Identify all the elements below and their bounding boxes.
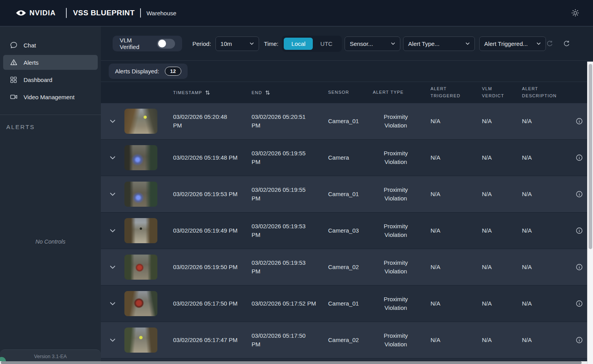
- vlm-verified-toggle[interactable]: [157, 39, 175, 49]
- alerts-displayed: Alerts Displayed: 12: [109, 64, 188, 79]
- alert-description-cell: N/A: [520, 263, 571, 271]
- alert-type-cell: Proximity Violation: [371, 258, 420, 276]
- alert-thumbnail[interactable]: [124, 145, 157, 170]
- table-row: 03/02/2026 05:19:49 PM 03/02/2026 05:19:…: [101, 213, 587, 249]
- sensor-cell: Camera_01: [328, 117, 371, 126]
- sensor-filter-select[interactable]: Sensor...: [345, 36, 400, 51]
- alert-triggered-cell: N/A: [420, 336, 479, 344]
- warning-triangle-icon: [9, 58, 18, 66]
- timestamp-cell: 03/02/2026 05:19:48 PM: [173, 153, 252, 162]
- video-camera-icon: [9, 93, 18, 101]
- row-expand-button[interactable]: [101, 266, 124, 269]
- alert-type-cell: Proximity Violation: [371, 295, 420, 312]
- info-icon: [576, 118, 583, 125]
- alert-triggered-filter-value: Alert Triggered...: [484, 40, 528, 47]
- table-row: 03/02/2026 05:19:50 PM 03/02/2026 05:19:…: [101, 249, 587, 286]
- info-icon: [576, 300, 583, 307]
- alert-info-button[interactable]: [571, 118, 587, 125]
- chevron-down-icon: [391, 42, 395, 45]
- table-row: 03/02/2026 05:17:47 PM 03/02/2026 05:17:…: [101, 322, 587, 359]
- vertical-scrollbar[interactable]: [587, 62, 593, 364]
- alert-thumbnail[interactable]: [124, 255, 157, 280]
- sensor-filter-value: Sensor...: [350, 40, 373, 47]
- sidebar-nav: Chat Alerts: [0, 27, 101, 111]
- refresh-button[interactable]: [563, 40, 570, 47]
- refresh-controls: [546, 40, 570, 47]
- alert-thumbnail[interactable]: [124, 218, 157, 243]
- horizontal-scrollbar-thumb[interactable]: [1, 361, 582, 364]
- alert-triggered-filter-select[interactable]: Alert Triggered...: [479, 36, 546, 51]
- alert-type-cell: Proximity Violation: [371, 113, 420, 130]
- alert-triggered-cell: N/A: [420, 153, 479, 162]
- column-header-alert-type: ALERT TYPE: [371, 89, 420, 96]
- sidebar-item-label: Video Management: [24, 94, 75, 100]
- table-header: TIMESTAMP END SENSOR ALERT TYPE ALERT TR…: [101, 82, 587, 103]
- sidebar-item-chat[interactable]: Chat: [3, 38, 98, 53]
- end-cell: 03/02/2026 05:19:53 PM: [252, 258, 328, 276]
- row-expand-button[interactable]: [101, 339, 124, 342]
- sidebar-item-label: Alerts: [24, 59, 38, 66]
- auto-refresh-button[interactable]: [546, 40, 553, 47]
- sensor-cell: Camera_03: [328, 226, 371, 235]
- column-header-sensor: SENSOR: [328, 89, 371, 96]
- alert-thumbnail[interactable]: [124, 182, 157, 207]
- column-header-end[interactable]: END: [252, 90, 328, 95]
- alert-triggered-cell: N/A: [420, 226, 479, 235]
- row-expand-button[interactable]: [101, 229, 124, 233]
- timestamp-cell: 03/02/2026 05:17:47 PM: [173, 336, 252, 344]
- alert-info-button[interactable]: [571, 154, 587, 161]
- alert-thumbnail[interactable]: [124, 328, 157, 353]
- period-select[interactable]: 10m: [215, 36, 259, 51]
- page-title: VSS BLUEPRINT: [73, 9, 135, 17]
- chevron-down-icon: [110, 120, 115, 123]
- timestamp-cell: 03/02/2026 05:19:53 PM: [173, 190, 252, 198]
- alert-info-button[interactable]: [571, 264, 587, 271]
- column-header-vlm-verdict: VLM VERDICT: [479, 86, 520, 99]
- filter-bar: VLM Verified Period: 10m Time: Local UTC…: [101, 27, 593, 61]
- sidebar-item-dashboard[interactable]: Dashboard: [3, 72, 98, 87]
- end-cell: 03/02/2026 05:19:55 PM: [252, 149, 328, 166]
- chevron-down-icon: [110, 156, 115, 160]
- sort-icon: [205, 90, 210, 95]
- alert-info-button[interactable]: [571, 337, 587, 344]
- alert-info-button[interactable]: [571, 191, 587, 198]
- alert-triggered-cell: N/A: [420, 117, 479, 126]
- no-controls-message: No Controls: [0, 133, 101, 349]
- workspace-subtitle: Warehouse: [146, 10, 176, 16]
- column-header-alert-triggered: ALERT TRIGGERED: [420, 86, 479, 99]
- sun-icon: [571, 9, 580, 17]
- chevron-down-icon: [110, 339, 115, 342]
- timestamp-cell: 03/02/2026 05:20:48 PM: [173, 113, 252, 130]
- alert-thumbnail[interactable]: [124, 109, 157, 134]
- sidebar-item-video-management[interactable]: Video Management: [3, 89, 98, 104]
- time-utc-button[interactable]: UTC: [313, 38, 340, 50]
- alert-description-cell: N/A: [520, 299, 571, 308]
- nvidia-logo: NVIDIA: [16, 9, 56, 17]
- theme-toggle-button[interactable]: [571, 9, 580, 17]
- end-cell: 03/02/2026 05:19:55 PM: [252, 186, 328, 203]
- row-expand-button[interactable]: [101, 156, 124, 160]
- sidebar-item-alerts[interactable]: Alerts: [3, 55, 98, 70]
- row-expand-button[interactable]: [101, 193, 124, 196]
- vlm-verdict-cell: N/A: [479, 117, 520, 126]
- row-expand-button[interactable]: [101, 120, 124, 123]
- vertical-scrollbar-thumb[interactable]: [589, 64, 592, 249]
- column-header-timestamp[interactable]: TIMESTAMP: [173, 90, 252, 95]
- time-local-button[interactable]: Local: [284, 38, 313, 50]
- alert-triggered-cell: N/A: [420, 263, 479, 271]
- row-expand-button[interactable]: [101, 302, 124, 306]
- alert-info-button[interactable]: [571, 227, 587, 234]
- alert-type-filter-select[interactable]: Alert Type...: [403, 36, 475, 51]
- nvidia-eye-icon: [16, 9, 26, 17]
- horizontal-scrollbar[interactable]: [0, 361, 587, 364]
- period-label: Period:: [192, 40, 211, 47]
- vlm-verified-label: VLM Verified: [120, 37, 151, 50]
- time-segmented-control: Local UTC: [282, 36, 342, 52]
- sort-icon: [265, 90, 270, 95]
- app-window: NVIDIA VSS BLUEPRINT Warehouse: [0, 0, 593, 364]
- alert-type-filter-value: Alert Type...: [408, 40, 440, 47]
- alert-info-button[interactable]: [571, 300, 587, 307]
- chevron-down-icon: [110, 302, 115, 306]
- alerts-count-badge: 12: [165, 67, 181, 76]
- alert-thumbnail[interactable]: [124, 291, 157, 316]
